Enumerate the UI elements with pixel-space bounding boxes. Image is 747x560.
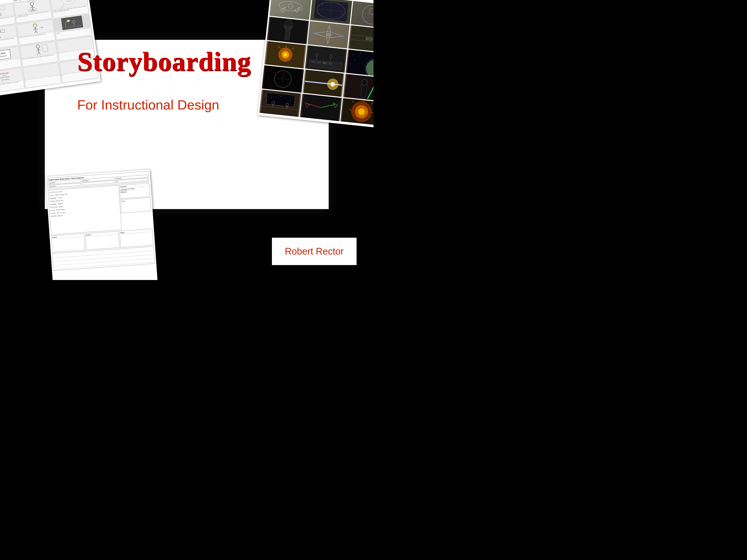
svg-line-107 <box>286 45 286 48</box>
svg-text:Your Storyboards!: Your Storyboards! <box>1 78 9 81</box>
sb-cell-11: 11. <box>23 62 61 88</box>
svg-line-61 <box>38 49 41 51</box>
svg-line-59 <box>38 48 38 52</box>
svg-point-94 <box>313 32 317 34</box>
sb-cell-10: TO THE CLASS: Keep as LEGIBLE as possibl… <box>0 68 25 94</box>
sw-cell-6 <box>348 25 374 53</box>
svg-line-45 <box>34 31 36 33</box>
svg-line-15 <box>34 0 35 2</box>
svg-line-14 <box>33 0 34 1</box>
svg-point-27 <box>61 8 61 8</box>
main-title: Storyboarding <box>77 46 251 77</box>
svg-rect-48 <box>61 16 83 30</box>
svg-line-42 <box>35 27 35 31</box>
svg-rect-9 <box>0 6 5 12</box>
sw-cell-5 <box>308 21 350 48</box>
svg-line-73 <box>279 5 302 7</box>
sb-cell-8: 8. Back to the drawing board. Looking ha… <box>20 41 58 67</box>
sw-cell-11 <box>303 70 344 97</box>
svg-point-25 <box>62 5 64 6</box>
svg-point-26 <box>62 7 62 8</box>
sw-cell-12 <box>343 74 374 101</box>
hw-handwriting: TO this is your first time using the pro… <box>48 185 122 235</box>
sw-cell-15 <box>340 98 374 126</box>
svg-line-40 <box>35 21 36 22</box>
svg-rect-38 <box>34 24 35 25</box>
svg-point-11 <box>30 2 34 6</box>
storyboard-bottom-image: Program Name: Media Studies / Video Assi… <box>45 169 159 280</box>
svg-rect-2 <box>0 14 1 16</box>
hw-box-1: Scene No. Composition: Day, Bright Slow,… <box>119 183 150 198</box>
title-text: Storyboarding <box>77 46 251 77</box>
sw-cell-9 <box>345 50 374 77</box>
svg-text:The Week: Storyboard: The Week: Storyboard <box>0 8 1 11</box>
svg-rect-113 <box>317 61 321 64</box>
sw-grid <box>259 0 374 126</box>
svg-line-16 <box>32 5 33 9</box>
sw-cell-13 <box>259 89 301 117</box>
author-box: Robert Rector <box>272 238 357 265</box>
sw-cell-10 <box>262 65 304 92</box>
svg-text:LEGIBLE as possible.: LEGIBLE as possible. <box>0 76 10 79</box>
sw-cell-1 <box>269 0 311 20</box>
svg-text:TO THE CLASS:: TO THE CLASS: <box>0 72 9 75</box>
svg-rect-96 <box>349 25 374 53</box>
sb-cell-6: 6. Working in a dark dorm room. Sounds o… <box>53 14 92 40</box>
svg-line-12 <box>28 1 29 3</box>
hw-scene-box-2: Scene 2 <box>51 234 85 252</box>
hw-right-col: Scene No. Composition: Day, Bright Slow,… <box>119 183 152 230</box>
svg-line-75 <box>291 0 291 4</box>
subtitle: For Instructional Design <box>77 97 219 112</box>
svg-text:Keep as: Keep as <box>2 75 6 76</box>
hw-scene-box-3: Scene 3 <box>85 231 120 250</box>
svg-text:Aha!: Aha! <box>40 27 44 29</box>
svg-point-58 <box>36 45 40 49</box>
sw-cell-7 <box>264 41 307 69</box>
svg-line-46 <box>35 30 37 33</box>
svg-line-85 <box>362 14 374 16</box>
svg-line-41 <box>33 22 33 22</box>
svg-line-17 <box>30 6 33 8</box>
svg-rect-115 <box>328 62 332 65</box>
svg-line-18 <box>32 6 34 8</box>
sw-cell-4 <box>267 17 309 44</box>
svg-rect-114 <box>323 62 327 64</box>
hw-left-col: TO this is your first time using the pro… <box>48 185 122 235</box>
hw-scene-box-4: Page 2 <box>119 229 154 248</box>
svg-line-63 <box>38 51 40 54</box>
storyboard-right-image: STAR WARS <box>257 0 374 128</box>
svg-rect-34 <box>0 29 5 33</box>
sw-cell-14 <box>300 94 342 121</box>
svg-point-37 <box>33 22 35 24</box>
author-name: Robert Rector <box>285 246 344 257</box>
svg-rect-92 <box>286 26 291 29</box>
svg-line-60 <box>36 49 38 51</box>
svg-line-13 <box>29 1 30 2</box>
svg-rect-112 <box>311 61 315 63</box>
sw-cell-2 <box>310 0 352 24</box>
svg-line-64 <box>34 46 34 47</box>
svg-rect-66 <box>42 44 48 52</box>
hw-box-2: Audio: <box>120 197 151 213</box>
svg-point-93 <box>327 33 331 37</box>
svg-line-43 <box>33 28 35 30</box>
hw-body: TO this is your first time using the pro… <box>48 183 152 235</box>
svg-line-33 <box>0 35 1 38</box>
svg-point-95 <box>341 35 344 37</box>
subtitle-text: For Instructional Design <box>77 97 219 112</box>
sb-cell-5: Aha! 5. Moment of clarity. 'Aha!' Ding o… <box>17 19 55 45</box>
svg-rect-136 <box>344 74 374 101</box>
svg-text:brainstorm: brainstorm <box>67 0 72 2</box>
svg-line-44 <box>35 28 37 30</box>
sw-cell-3 <box>351 1 374 28</box>
sw-cell-8 <box>305 45 347 73</box>
